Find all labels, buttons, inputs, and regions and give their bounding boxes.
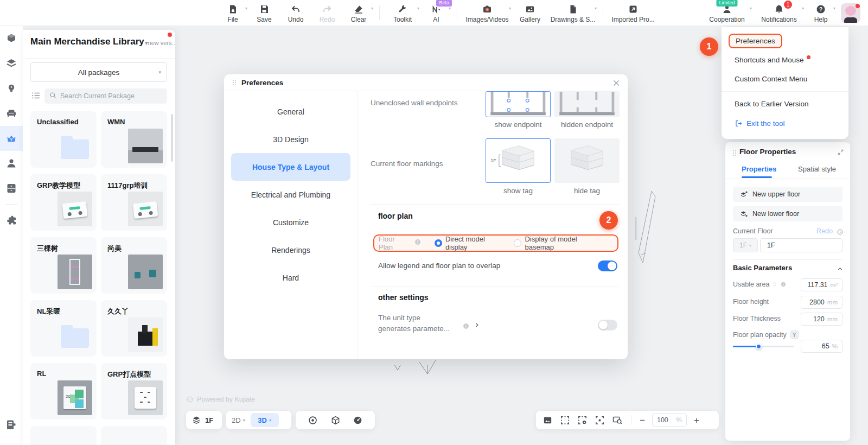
notifications-button[interactable]: 1 ▾ Notifications [753,0,805,26]
sidebar-item-plugins[interactable] [0,208,23,233]
option-hidden-endpoint[interactable] [554,91,620,117]
toolkit-button[interactable]: ▾ Toolkit [385,0,420,26]
highlighted-menu-item[interactable]: Preferences [729,34,782,48]
floor-switcher-button[interactable]: 1F [186,411,222,429]
option-show-tag[interactable]: 1F [486,138,551,183]
menu-item-exit-tool[interactable]: Exit the tool [722,113,848,134]
floor-name-input[interactable] [761,239,842,252]
info-icon[interactable] [780,281,787,288]
search-box[interactable] [44,88,167,104]
package-card[interactable]: WMN [101,111,167,168]
imported-projects-button[interactable]: Imported Pro... [608,0,658,26]
nav-item-house-type-layout[interactable]: House Type & Layout [231,153,350,181]
nav-item-hard[interactable]: Hard [231,264,350,291]
zoom-level-field[interactable]: 100 % [652,414,687,427]
list-view-icon[interactable] [30,90,40,102]
history-clock-icon[interactable] [837,228,844,238]
sidebar-item-floorplan[interactable] [0,51,23,76]
nav-item-3d-design[interactable]: 3D Design [231,125,350,153]
floor-height-field[interactable]: 2800 mm [801,296,843,309]
expand-icon[interactable] [837,148,845,158]
zoom-in-button[interactable]: + [694,416,699,425]
sidebar-item-merchandise-library[interactable] [0,126,23,151]
user-avatar[interactable] [841,3,860,23]
sidebar-item-construction[interactable] [0,26,23,51]
visibility-eye-button[interactable] [308,415,318,425]
new-lower-floor-button[interactable]: New lower floor [733,206,843,221]
radio-label[interactable]: Display of model basemap [525,235,608,251]
gallery-button[interactable]: Gallery [512,0,548,26]
images-videos-button[interactable]: ▾ Images/Videos [462,0,512,26]
sidebar-item-lighting[interactable] [0,76,23,101]
file-button[interactable]: ▾ File [217,0,248,26]
zoom-out-button[interactable]: − [640,416,645,425]
package-card[interactable]: 1117grp培训 [101,174,167,231]
nav-item-general[interactable]: General [231,98,350,125]
slider-knob[interactable] [756,344,762,349]
redo-link[interactable]: Redo [816,227,833,235]
new-version-link[interactable]: ▾new vers... [145,40,175,47]
sidebar-item-cabinets[interactable] [0,176,23,201]
basemap-image-button[interactable] [542,415,553,425]
drag-handle-icon[interactable] [232,79,237,86]
package-card[interactable]: NL采暖 [30,300,97,357]
info-icon[interactable] [462,322,470,332]
menu-item-custom-context-menu[interactable]: Custom Context Menu [722,69,848,88]
center-focus-button[interactable] [595,415,605,425]
clear-button[interactable]: ▾ Clear [343,0,374,26]
new-upper-floor-button[interactable]: New upper floor [733,187,843,202]
radio-label[interactable]: Direct model display [445,235,509,251]
menu-item-back-earlier-version[interactable]: Back to Earlier Version [722,94,848,113]
help-button[interactable]: ▾ Help [805,0,837,26]
package-card[interactable]: 久久丫 [101,300,167,357]
nav-item-electrical-plumbing[interactable]: Electrical and Plumbing [231,181,350,208]
radio-direct-model-display[interactable] [435,239,442,247]
mode-2d-button[interactable]: 2D ▾ [232,416,245,424]
collapse-chevron-icon[interactable] [837,265,844,275]
nav-item-renderings[interactable]: Renderings [231,236,350,264]
selection-settings-button[interactable] [577,415,588,425]
package-card[interactable]: 尚美 [101,237,167,294]
usable-area-field[interactable]: 117.31 m² [801,278,843,291]
package-card[interactable]: RL 26 [30,363,97,419]
save-button[interactable]: Save [248,0,280,26]
option-hide-tag[interactable] [554,138,620,183]
package-filter-select[interactable]: All packages ▾ [30,62,167,82]
dialog-header[interactable]: Preferences [224,74,628,91]
nav-item-customize[interactable]: Customize [231,208,350,236]
tab-spatial-style[interactable]: Spatial style [798,165,836,173]
performance-gauge-button[interactable] [353,415,363,425]
sidebar-item-personal[interactable] [0,151,23,176]
unit-type-toggle[interactable] [598,320,617,330]
sort-updown-icon[interactable] [771,281,778,288]
sidebar-item-panel-layout[interactable] [0,412,23,437]
floor-thickness-field[interactable]: 120 mm [801,313,843,326]
package-card[interactable]: 三棵树 [30,237,97,294]
3d-box-view-button[interactable] [330,415,341,425]
opacity-value-field[interactable]: 65 % [801,340,843,353]
cooperation-button[interactable]: Limited ▾ Cooperation [701,0,753,26]
package-card[interactable]: Unclassified [30,111,97,168]
selection-area-button[interactable] [560,415,570,425]
menu-item-shortcuts-mouse[interactable]: Shortcuts and Mouse [722,50,848,69]
search-input[interactable] [60,92,163,100]
overlap-toggle[interactable] [598,260,617,271]
opacity-slider[interactable] [733,346,794,347]
drawings-schemes-button[interactable]: ▾ Drawings & S... [548,0,598,26]
zoom-region-button[interactable] [612,415,623,425]
info-icon[interactable] [414,238,422,248]
undo-button[interactable]: Undo [280,0,311,26]
radio-display-model-basemap[interactable] [514,239,521,247]
mode-3d-button[interactable]: 3D ▾ [251,413,279,427]
package-card-stub[interactable] [30,426,97,445]
package-card-stub[interactable] [101,426,167,445]
menu-item-preferences[interactable]: Preferences [722,31,848,50]
close-icon[interactable] [611,78,621,88]
chevron-right-icon[interactable] [473,321,481,331]
scrollbar[interactable] [171,114,173,162]
package-card[interactable]: GRP打点模型 [101,363,167,419]
package-card[interactable]: GRP教学模型 [30,174,97,231]
drag-handle-icon[interactable] [732,149,737,159]
tab-properties[interactable]: Properties [742,165,776,173]
floor-select[interactable]: 1F ▾ [733,238,758,252]
